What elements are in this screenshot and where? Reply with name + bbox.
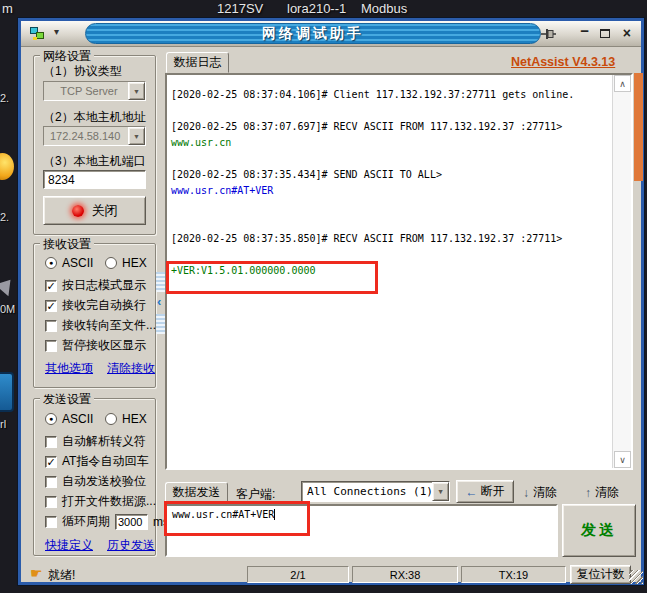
title-area: 网络调试助手 xyxy=(85,23,541,44)
dropdown-arrow-icon[interactable]: ▼ xyxy=(128,82,145,100)
log-lines: [2020-02-25 08:37:04.106]# Client 117.13… xyxy=(171,89,601,281)
system-menu-caret-icon[interactable]: ▾ xyxy=(54,26,59,37)
desktop-icon-label[interactable]: Modbus xyxy=(361,1,407,16)
panel-splitter[interactable]: ‹ xyxy=(156,272,165,334)
log-line: www.usr.cn xyxy=(171,137,601,153)
disconnect-arrow-icon: ← xyxy=(466,485,478,499)
recv-hex-radio[interactable]: HEX xyxy=(105,256,147,270)
desktop-fragment: 0M xyxy=(0,303,15,315)
desktop-fragment: 2. xyxy=(0,211,9,223)
history-send-link[interactable]: 历史发送 xyxy=(107,537,155,554)
checkbox-icon xyxy=(45,320,57,332)
option-label: 接收完自动换行 xyxy=(62,297,146,314)
other-options-link[interactable]: 其他选项 xyxy=(45,360,93,377)
status-led-icon xyxy=(72,205,84,217)
option-label: 自动发送校验位 xyxy=(62,473,146,490)
clear-send-label: 清除 xyxy=(595,484,619,501)
recv-ascii-radio[interactable]: ● ASCII xyxy=(45,256,93,270)
host-address-label: （2）本地主机地址 xyxy=(43,109,146,126)
checkbox-icon xyxy=(45,436,57,448)
close-connection-button[interactable]: 关闭 xyxy=(43,196,146,225)
option-label: 打开文件数据源... xyxy=(62,493,156,510)
option-label: 暂停接收区显示 xyxy=(62,337,146,354)
log-scrollbar[interactable]: ∧ ∨ xyxy=(612,75,631,468)
scroll-up-icon[interactable]: ∧ xyxy=(614,75,631,92)
desktop-icon-label[interactable]: m xyxy=(2,1,13,16)
desktop-icon-label[interactable]: lora210--1 xyxy=(287,1,346,16)
desktop-icon-label[interactable]: 1217SV xyxy=(217,1,263,16)
send-hex-radio[interactable]: HEX xyxy=(105,412,147,426)
protocol-type-label: （1）协议类型 xyxy=(43,63,122,80)
status-ready-text: 就绪! xyxy=(48,567,75,584)
ready-hand-icon: ☛ xyxy=(30,565,43,581)
send-option-parse-escape[interactable]: 自动解析转义符 xyxy=(45,433,146,450)
clear-recv-label: 清除 xyxy=(533,484,557,501)
checkbox-icon xyxy=(45,476,57,488)
annotation-box-version xyxy=(166,261,378,294)
log-line xyxy=(171,217,601,233)
title-bar[interactable]: ▾ 网络调试助手 − × xyxy=(21,21,641,47)
host-port-input[interactable]: 8234 xyxy=(43,170,146,189)
close-connection-label: 关闭 xyxy=(92,202,118,220)
log-line: [2020-02-25 08:37:04.106]# Client 117.13… xyxy=(171,89,601,105)
overlapping-window-fragment xyxy=(634,73,643,181)
resize-grip[interactable] xyxy=(629,570,643,584)
checkbox-icon xyxy=(45,496,57,508)
disconnect-button[interactable]: ← 断开 xyxy=(456,480,514,503)
netassist-version-link[interactable]: NetAssist V4.3.13 xyxy=(511,55,615,69)
send-ascii-radio[interactable]: ● ASCII xyxy=(45,412,93,426)
option-label: 循环周期 xyxy=(62,513,110,530)
tab-data-log[interactable]: 数据日志 xyxy=(166,52,229,73)
desktop-arrow-icon xyxy=(0,274,17,296)
checkbox-icon xyxy=(45,516,57,528)
log-line: [2020-02-25 08:37:35.434]# SEND ASCII TO… xyxy=(171,169,601,185)
option-label: 按日志模式显示 xyxy=(62,277,146,294)
radio-icon: ● xyxy=(45,257,57,269)
log-line: www.usr.cn#AT+VER xyxy=(171,185,601,201)
dropdown-arrow-icon[interactable]: ▼ xyxy=(128,127,145,145)
send-option-at-cr[interactable]: ✓ AT指令自动回车 xyxy=(45,453,148,470)
clear-send-button[interactable]: ↑ 清除 xyxy=(585,484,619,501)
collapse-arrow-icon[interactable]: ‹ xyxy=(157,293,161,311)
clear-send-arrow-icon: ↑ xyxy=(585,486,591,500)
tab-data-send[interactable]: 数据发送 xyxy=(165,482,228,503)
clear-receive-button[interactable]: ↓ 清除 xyxy=(523,484,557,501)
connection-value: All Connections (1) xyxy=(302,482,432,501)
dropdown-arrow-icon[interactable]: ▼ xyxy=(432,482,449,501)
send-option-cycle[interactable]: 循环周期 3000 ms xyxy=(45,513,169,530)
recv-option-to-file[interactable]: 接收转向至文件... xyxy=(45,317,156,334)
pin-icon[interactable] xyxy=(540,27,557,45)
checkbox-icon xyxy=(45,340,57,352)
log-line xyxy=(171,201,601,217)
window-title: 网络调试助手 xyxy=(262,25,364,43)
splitter-hatch xyxy=(156,272,165,292)
log-line xyxy=(171,153,601,169)
option-label: 接收转向至文件... xyxy=(62,317,156,334)
minimize-button[interactable]: − xyxy=(580,22,589,39)
recv-option-auto-newline[interactable]: ✓ 接收完自动换行 xyxy=(45,297,146,314)
recv-option-log-mode[interactable]: ✓ 按日志模式显示 xyxy=(45,277,146,294)
log-line xyxy=(171,105,601,121)
group-title: 发送设置 xyxy=(40,391,94,408)
annotation-box-command xyxy=(164,501,310,536)
scroll-down-icon[interactable]: ∨ xyxy=(614,451,631,468)
send-button[interactable]: 发送 xyxy=(562,504,636,557)
recv-option-pause-display[interactable]: 暂停接收区显示 xyxy=(45,337,146,354)
cycle-period-input[interactable]: 3000 xyxy=(115,514,148,530)
protocol-type-select[interactable]: TCP Server ▼ xyxy=(43,81,146,101)
host-address-value: 172.24.58.140 xyxy=(44,127,128,145)
app-icon[interactable] xyxy=(30,27,45,40)
send-option-checksum[interactable]: 自动发送校验位 xyxy=(45,473,146,490)
group-title: 接收设置 xyxy=(40,236,94,253)
host-address-select[interactable]: 172.24.58.140 ▼ xyxy=(43,126,146,146)
send-option-file-source[interactable]: 打开文件数据源... xyxy=(45,493,156,510)
splitter-hatch xyxy=(156,314,165,334)
desktop-fragment: 2. xyxy=(0,92,9,104)
reset-count-button[interactable]: 复位计数 xyxy=(570,565,631,584)
shortcut-define-link[interactable]: 快捷定义 xyxy=(45,537,93,554)
maximize-button[interactable] xyxy=(600,29,610,38)
clear-receive-link[interactable]: 清除接收 xyxy=(107,360,155,377)
desktop-fragment: rl xyxy=(0,418,6,430)
close-button[interactable]: × xyxy=(623,25,631,41)
connection-select[interactable]: All Connections (1) ▼ xyxy=(301,481,450,502)
